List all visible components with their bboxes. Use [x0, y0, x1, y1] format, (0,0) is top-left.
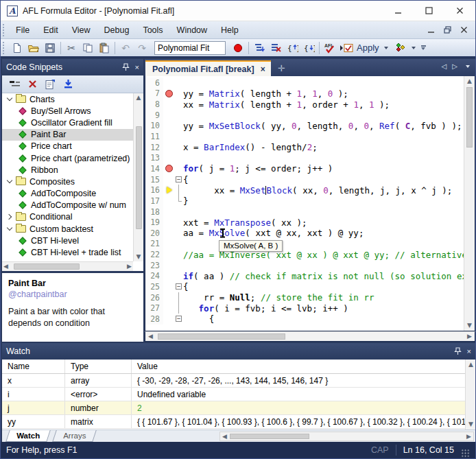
menu-item-debug[interactable]: Debug: [97, 23, 136, 38]
watch-horizontal-scrollbar[interactable]: ◀ ▶: [219, 432, 474, 441]
code-line[interactable]: 19xxt = MxTranspose( xx );: [145, 217, 464, 228]
code-line[interactable]: 12x = BarIndex() - length/2;: [145, 142, 464, 153]
scroll-thumb[interactable]: [230, 434, 309, 439]
tree-item-addtocomposite[interactable]: AddToComposite: [2, 188, 133, 200]
editor-horizontal-scrollbar[interactable]: ◀ ▶: [145, 331, 475, 342]
code-line[interactable]: 9: [145, 110, 464, 121]
tree-folder-conditional[interactable]: Conditional: [2, 211, 133, 223]
snippets-horizontal-scrollbar[interactable]: ◀ ▶: [2, 261, 133, 271]
chevron-down-icon[interactable]: [5, 98, 14, 100]
menu-item-file[interactable]: File: [9, 23, 36, 38]
minimize-button[interactable]: [383, 1, 414, 21]
code-line[interactable]: 11: [145, 131, 464, 142]
tree-item-buy-sell-arrows[interactable]: Buy/Sell Arrows: [2, 105, 133, 117]
scroll-thumb[interactable]: [466, 87, 473, 148]
save-button[interactable]: [42, 40, 58, 56]
code-line[interactable]: 17}: [145, 196, 464, 207]
record-button[interactable]: [230, 40, 246, 56]
watch-strip-tab-watch[interactable]: Watch: [5, 430, 51, 442]
code-line[interactable]: 25−{: [145, 281, 464, 292]
apply-button[interactable]: Apply: [338, 43, 392, 53]
fold-gutter[interactable]: −: [175, 174, 183, 185]
scroll-thumb[interactable]: [158, 333, 285, 340]
menubar-grip[interactable]: [3, 24, 6, 36]
tree-item-price-chart[interactable]: Price chart: [2, 141, 133, 152]
redo-button[interactable]: ↷: [134, 40, 150, 56]
document-tab-polynomial-fit[interactable]: Polynomial Fit.afl [break] ×: [145, 60, 271, 76]
scroll-thumb[interactable]: [14, 263, 80, 270]
scroll-down-icon[interactable]: ▼: [468, 421, 473, 427]
close-icon[interactable]: ×: [467, 347, 471, 355]
watch-row-x[interactable]: xarray{ -30, -29, -28, -27, -26, ..., 14…: [2, 374, 475, 388]
indent-list-button[interactable]: [251, 40, 267, 56]
scroll-up-icon[interactable]: ▲: [467, 78, 472, 84]
watch-row-i[interactable]: i<error>Undefined variable: [2, 388, 475, 401]
close-button[interactable]: [444, 1, 475, 21]
delete-list-button[interactable]: [267, 40, 284, 56]
copy-button[interactable]: [80, 40, 96, 56]
menu-item-help[interactable]: Help: [214, 23, 246, 38]
breakpoint-icon[interactable]: [163, 89, 175, 99]
scroll-down-icon[interactable]: ▼: [467, 322, 472, 329]
menu-item-window[interactable]: Window: [170, 23, 214, 38]
watch-column-header[interactable]: Type: [65, 360, 132, 373]
code-line[interactable]: 20aa = MxSolve( xxt @ xx, xxt ) @ yy;: [145, 228, 464, 239]
tree-folder-custom-backtest[interactable]: Custom backtest: [2, 223, 133, 235]
insert-indicator-button[interactable]: [392, 40, 409, 56]
menu-item-tools[interactable]: Tools: [136, 23, 169, 38]
code-line[interactable]: 7yy = Matrix( length + 1, 1, 0 );: [145, 89, 464, 99]
tree-item-paint-bar[interactable]: Paint Bar: [2, 129, 133, 141]
code-line[interactable]: 28− {: [145, 314, 464, 325]
code-line[interactable]: 10yy = MxSetBlock( yy, 0, length, 0, 0, …: [145, 121, 464, 132]
new-tab-icon[interactable]: ✛: [278, 63, 285, 73]
tab-scroll-right-icon[interactable]: ▷: [452, 62, 457, 70]
chevron-down-icon[interactable]: [5, 228, 14, 230]
cut-button[interactable]: ✂: [63, 40, 80, 56]
resize-grip[interactable]: [461, 449, 470, 458]
code-line[interactable]: 6: [145, 78, 464, 89]
current-statement-icon[interactable]: [163, 185, 175, 196]
scroll-up-icon[interactable]: ▲: [468, 362, 473, 368]
scroll-right-icon[interactable]: ▶: [467, 333, 472, 340]
maximize-button[interactable]: [414, 1, 444, 21]
insert-snippet-button[interactable]: [61, 78, 75, 91]
paste-button[interactable]: [96, 40, 112, 56]
code-line[interactable]: 26 rr = Null; // store the fit in rr: [145, 292, 464, 303]
fold-collapse-icon[interactable]: −: [176, 176, 182, 183]
fold-gutter[interactable]: −: [175, 281, 183, 292]
tab-close-icon[interactable]: ×: [261, 64, 265, 74]
snippet-properties-button[interactable]: [43, 78, 57, 91]
scroll-left-icon[interactable]: ◀: [3, 263, 8, 270]
fold-collapse-icon[interactable]: −: [176, 283, 182, 290]
indicator-dropdown-icon[interactable]: [412, 47, 416, 49]
toolbar-overflow-button[interactable]: [421, 45, 426, 50]
tree-item-oscillator-gradient-fill[interactable]: Oscillator Gradient fill: [2, 117, 133, 128]
formula-name-combobox[interactable]: [154, 41, 226, 55]
chevron-down-icon[interactable]: [5, 180, 14, 183]
afl-check-button[interactable]: AFL: [322, 40, 338, 56]
tree-folder-composites[interactable]: Composites: [2, 176, 133, 187]
watch-row-yy[interactable]: yymatrix{ { 101.67 }, { 101.04 }, { 100.…: [2, 415, 475, 429]
watch-row-j[interactable]: jnumber2: [2, 401, 475, 415]
bracket-next-button[interactable]: { }: [300, 40, 317, 56]
snippet-detail-tag[interactable]: @chartpaintbar: [8, 290, 137, 299]
mdi-close-button[interactable]: [457, 25, 470, 36]
code-editor[interactable]: 67yy = Matrix( length + 1, 1, 0 );8xx = …: [145, 76, 475, 331]
code-line[interactable]: 15−{: [145, 174, 464, 185]
new-file-button[interactable]: [9, 40, 25, 56]
code-line[interactable]: 16 xx = MxSetBlock( xx, 0, length, j, j,…: [145, 185, 464, 196]
mdi-restore-button[interactable]: [441, 25, 453, 36]
tab-list-dropdown-icon[interactable]: [466, 65, 470, 68]
apply-dropdown-icon[interactable]: [384, 47, 388, 49]
scroll-down-icon[interactable]: ▼: [136, 254, 141, 260]
mdi-minimize-button[interactable]: [425, 25, 437, 36]
collapse-all-button[interactable]: [8, 78, 21, 91]
open-folder-button[interactable]: [25, 40, 42, 56]
watch-strip-tab-arrays[interactable]: Arrays: [52, 430, 97, 442]
tree-item-ribbon[interactable]: Ribbon: [2, 164, 133, 176]
scroll-right-icon[interactable]: ▶: [466, 434, 471, 440]
code-line[interactable]: 23: [145, 260, 464, 271]
scroll-left-icon[interactable]: ◀: [222, 434, 227, 440]
tree-folder-charts[interactable]: Charts: [2, 93, 133, 105]
code-line[interactable]: 21: [145, 239, 464, 250]
